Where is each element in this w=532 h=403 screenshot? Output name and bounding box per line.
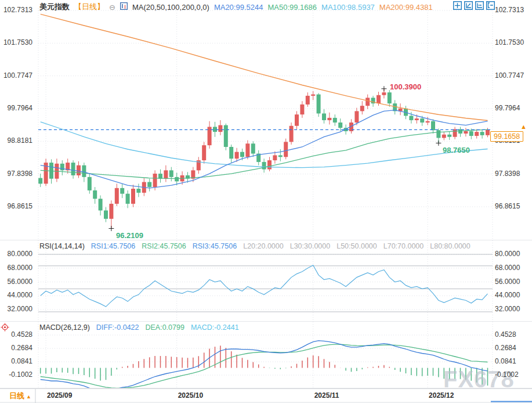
axis-label: 32.0000 bbox=[0, 305, 32, 313]
axis-label: 44.0000 bbox=[495, 291, 531, 299]
target-icon[interactable] bbox=[1, 323, 9, 334]
x-axis-label: 2025/09 bbox=[47, 391, 72, 400]
axis-label: 102.7313 bbox=[0, 6, 32, 14]
axis-label: 0.4528 bbox=[495, 330, 531, 339]
rsi-l80-value: L80:80.0000 bbox=[430, 242, 471, 250]
axis-label: 102.7313 bbox=[495, 6, 531, 14]
rsi-name: RSI(14,14,14) bbox=[39, 242, 85, 250]
rsi-l50-value: L50:50.0000 bbox=[336, 242, 377, 250]
minus-circle-icon[interactable]: ⊖ bbox=[109, 3, 115, 11]
axis-label: 100.7747 bbox=[0, 71, 32, 80]
axis-label: 80.0000 bbox=[495, 250, 531, 258]
x-axis-label: 2025/12 bbox=[429, 391, 454, 400]
rsi-l20-value: L20:20.0000 bbox=[243, 242, 284, 250]
rsi-l70-value: L70:70.0000 bbox=[383, 242, 424, 250]
ma50-value: MA50:99.1686 bbox=[267, 3, 317, 12]
jump-latest-icon[interactable] bbox=[486, 1, 495, 10]
axis-label: 0.2684 bbox=[495, 344, 531, 352]
axis-zoom-icon[interactable] bbox=[464, 1, 473, 10]
ma100-value: MA100:98.5937 bbox=[321, 3, 375, 12]
period-button[interactable]: 日线▲ bbox=[9, 391, 31, 401]
axis-label: 101.7530 bbox=[0, 38, 32, 46]
rsi1-value: RSI1:45.7506 bbox=[91, 242, 135, 250]
ma-settings-label: MA(20,50,100,200,0,0) bbox=[132, 3, 209, 12]
macd-dea-value: DEA:0.0799 bbox=[145, 323, 184, 332]
low-price-label: 96.2109 bbox=[116, 231, 143, 240]
chart-app: 美元指数 【日线】 ⊖ MA(20,50,100,200,0,0) MA20:9… bbox=[0, 0, 532, 403]
macd-macd-value: MACD:-0.2441 bbox=[191, 323, 239, 332]
axis-label: 98.8181 bbox=[0, 136, 32, 145]
rsi2-value: RSI2:45.7506 bbox=[142, 242, 186, 250]
chart-header: 美元指数 【日线】 ⊖ MA(20,50,100,200,0,0) MA20:9… bbox=[39, 2, 433, 12]
last-price-tag: 99.1658 bbox=[490, 131, 523, 142]
axis-label: 100.7747 bbox=[495, 71, 531, 80]
axis-label: 80.0000 bbox=[0, 250, 32, 258]
axis-label: 99.7964 bbox=[0, 104, 32, 112]
up-triangle-icon: ▲ bbox=[520, 123, 527, 130]
rsi-header: RSI(14,14,14) RSI1:45.7506 RSI2:45.7506 … bbox=[39, 242, 471, 250]
period-tag: 【日线】 bbox=[74, 2, 104, 12]
symbol-title: 美元指数 bbox=[39, 2, 70, 12]
x-axis-label: 2025/11 bbox=[314, 391, 339, 400]
axis-label: -0.1002 bbox=[0, 370, 32, 379]
axis-label: 68.0000 bbox=[0, 264, 32, 272]
axis-label: 96.8615 bbox=[495, 202, 531, 210]
rsi3-value: RSI3:45.7506 bbox=[193, 242, 237, 250]
recent-low-label: 98.7650 bbox=[443, 146, 470, 154]
chart-toolbar bbox=[453, 1, 495, 10]
axis-label: 97.8398 bbox=[495, 170, 531, 178]
rsi-l30-value: L30:30.0000 bbox=[290, 242, 331, 250]
axis-label: 56.0000 bbox=[495, 278, 531, 286]
chart-canvas[interactable] bbox=[0, 0, 532, 403]
axis-label: 97.8398 bbox=[0, 170, 32, 178]
macd-name: MACD(26,12,9) bbox=[39, 323, 90, 332]
axis-label: 96.8615 bbox=[0, 202, 32, 210]
axis-label: 101.7530 bbox=[495, 38, 531, 46]
axis-label: 0.0841 bbox=[495, 357, 531, 365]
candle-chart-icon[interactable] bbox=[120, 2, 128, 12]
axis-label: 68.0000 bbox=[495, 264, 531, 272]
axis-label: 44.0000 bbox=[0, 291, 32, 299]
axis-pan-icon[interactable] bbox=[475, 1, 484, 10]
period-button-label: 日线 bbox=[9, 391, 24, 400]
axis-label: 0.2684 bbox=[0, 344, 32, 352]
move-crosshair-icon[interactable] bbox=[453, 1, 462, 10]
axis-label: -0.1002 bbox=[495, 370, 531, 379]
macd-header: MACD(26,12,9) DIFF:-0.0422 DEA:0.0799 MA… bbox=[39, 323, 239, 332]
macd-diff-value: DIFF:-0.0422 bbox=[96, 323, 139, 332]
x-axis-label: 2025/10 bbox=[178, 391, 203, 400]
ma20-value: MA20:99.5244 bbox=[214, 3, 263, 12]
up-triangle-icon: ▲ bbox=[26, 394, 31, 400]
ma200-value: MA200:99.4381 bbox=[379, 3, 433, 12]
axis-label: 56.0000 bbox=[0, 278, 32, 286]
high-price-label: 100.3900 bbox=[390, 82, 421, 91]
axis-label: 0.0841 bbox=[0, 357, 32, 365]
axis-label: 32.0000 bbox=[495, 305, 531, 313]
axis-label: 99.7964 bbox=[495, 104, 531, 112]
